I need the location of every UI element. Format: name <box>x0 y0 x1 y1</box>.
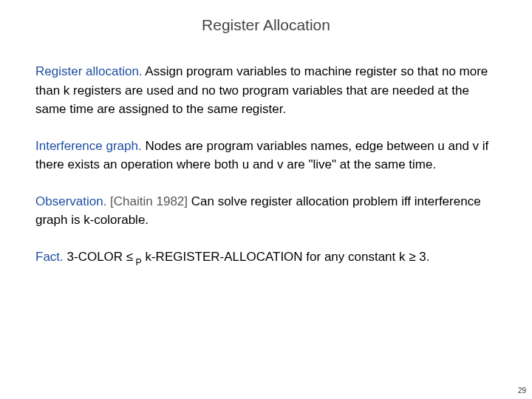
geq-symbol: ≥ <box>409 250 415 264</box>
paragraph-interference-graph: Interference graph. Nodes are program va… <box>35 137 497 174</box>
lead-register-allocation: Register allocation. <box>35 64 143 78</box>
page-number: 29 <box>518 386 526 395</box>
slide-title: Register Allocation <box>0 16 532 34</box>
slide-body: Register allocation. Assign program vari… <box>35 62 497 285</box>
lead-fact: Fact. <box>35 250 64 264</box>
paragraph-register-allocation: Register allocation. Assign program vari… <box>35 62 497 119</box>
lead-interference-graph: Interference graph. <box>35 139 142 153</box>
leq-symbol: ≤ <box>126 250 133 264</box>
text-pre: 3-COLOR <box>64 250 126 264</box>
citation: [Chaitin 1982] <box>106 194 188 208</box>
slide: Register Allocation Register allocation.… <box>0 0 532 399</box>
text-post: k-REGISTER-ALLOCATION for any constant k <box>142 250 409 264</box>
paragraph-observation: Observation. [Chaitin 1982] Can solve re… <box>35 192 497 230</box>
text-end: 3. <box>416 250 430 264</box>
lead-observation: Observation. <box>35 194 106 208</box>
subscript-p: P <box>133 257 142 267</box>
paragraph-fact: Fact. 3-COLOR ≤ P k-REGISTER-ALLOCATION … <box>35 248 497 268</box>
